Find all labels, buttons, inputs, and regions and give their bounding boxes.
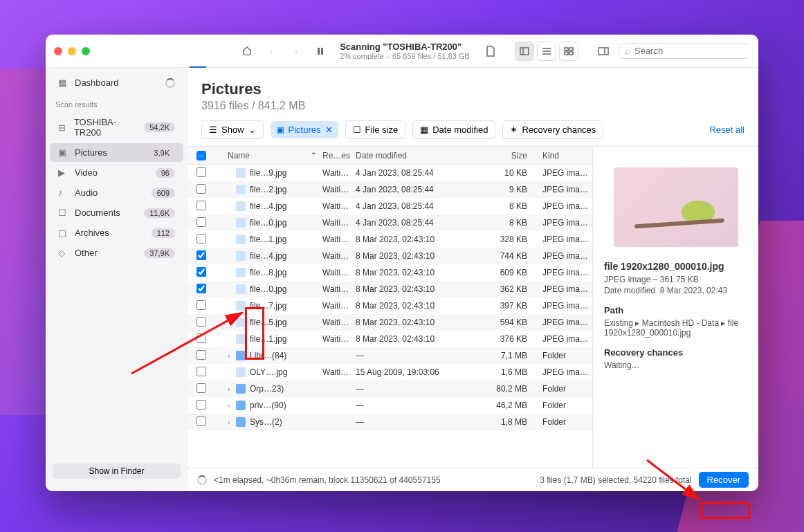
file-icon — [236, 218, 246, 228]
table-row[interactable]: file…7.jpgWaiti…8 Mar 2023, 02:43:10397 … — [188, 297, 592, 314]
sidebar-dashboard[interactable]: ▦ Dashboard — [50, 73, 183, 92]
close-icon[interactable]: ✕ — [325, 125, 333, 135]
pause-scan-button[interactable] — [311, 42, 331, 61]
row-checkbox[interactable] — [197, 234, 206, 244]
table-row[interactable]: file…8.jpgWaiti…8 Mar 2023, 02:43:10609 … — [188, 264, 592, 281]
home-button[interactable] — [237, 42, 257, 61]
table-row[interactable]: ›priv…(90)—46,2 MBFolder — [188, 397, 592, 414]
table-row[interactable]: file…0.jpgWaiti…4 Jan 2023, 08:25:448 KB… — [188, 214, 592, 231]
sidebar-item-archives[interactable]: ▢ Archives 112 — [50, 223, 183, 242]
sidebar-toggle-button[interactable] — [594, 42, 613, 61]
date-modified: 15 Aug 2009, 19:03:06 — [356, 367, 466, 377]
table-row[interactable]: ›Libr…(84)—7,1 MBFolder — [188, 347, 592, 364]
show-in-finder-button[interactable]: Show in Finder — [53, 464, 181, 479]
row-checkbox[interactable] — [197, 217, 206, 227]
sidebar-item-drive[interactable]: ⊟ TOSHIBA-TR200 54,2K — [50, 113, 183, 142]
view-grid-button[interactable] — [559, 42, 578, 61]
row-checkbox[interactable] — [197, 300, 206, 310]
file-name: file…0.jpg — [250, 284, 286, 294]
row-checkbox[interactable] — [197, 317, 206, 327]
filter-chip-pictures[interactable]: ▣ Pictures ✕ — [271, 121, 338, 138]
expand-chevron-icon[interactable]: › — [228, 385, 236, 393]
expand-chevron-icon[interactable]: › — [228, 402, 236, 410]
file-name: file…2.jpg — [250, 185, 286, 194]
row-checkbox[interactable] — [197, 383, 206, 393]
view-list-button[interactable] — [537, 42, 556, 61]
table-row[interactable]: ›Sys…(2)—1,8 MBFolder — [188, 414, 592, 430]
row-checkbox[interactable] — [197, 250, 206, 260]
minimize-window-button[interactable] — [68, 47, 76, 55]
table-row[interactable]: file…1.jpgWaiti…8 Mar 2023, 02:43:10328 … — [188, 231, 592, 248]
status-elapsed: <1m elapsed, ~0h36m remain, block 113506… — [214, 475, 441, 485]
filter-date-button[interactable]: ▦ Date modified — [412, 120, 495, 139]
sidebar-item-label: Archives — [75, 228, 109, 238]
show-filter-button[interactable]: ☰ Show ⌄ — [201, 120, 264, 139]
recovery-status: Waiti… — [322, 334, 356, 344]
file-kind: JPEG ima… — [536, 235, 592, 244]
file-name: file…4.jpg — [250, 251, 286, 261]
table-row[interactable]: ›Orp…23)—80,2 MBFolder — [188, 380, 592, 397]
filter-recovery-button[interactable]: ✶ Recovery chances — [502, 120, 603, 139]
column-date[interactable]: Date modified — [356, 151, 466, 160]
column-kind[interactable]: Kind — [536, 151, 592, 160]
file-name: OLY….jpg — [250, 367, 287, 377]
drive-icon: ⊟ — [58, 122, 68, 133]
row-checkbox[interactable] — [197, 184, 206, 194]
row-checkbox[interactable] — [197, 367, 206, 376]
table-row[interactable]: file…4.jpgWaiti…4 Jan 2023, 08:25:448 KB… — [188, 198, 592, 214]
row-checkbox[interactable] — [197, 201, 206, 210]
sidebar-item-label: Other — [75, 248, 98, 258]
expand-chevron-icon[interactable]: › — [228, 419, 236, 426]
table-row[interactable]: file…9.jpgWaiti…4 Jan 2023, 08:25:4410 K… — [188, 165, 592, 181]
view-columns-button[interactable] — [515, 42, 534, 61]
star-icon: ✶ — [510, 125, 518, 135]
column-recovery[interactable]: Re…es — [322, 151, 356, 160]
count-badge: 112 — [152, 228, 175, 238]
window-controls — [54, 47, 90, 55]
row-checkbox[interactable] — [197, 416, 206, 426]
table-row[interactable]: file…2.jpgWaiti…4 Jan 2023, 08:25:449 KB… — [188, 181, 592, 198]
table-row[interactable]: OLY….jpgWaiti…15 Aug 2009, 19:03:061,6 M… — [188, 364, 592, 380]
table-row[interactable]: file…1.jpgWaiti…8 Mar 2023, 02:43:10376 … — [188, 331, 592, 347]
row-checkbox[interactable] — [197, 333, 206, 343]
column-name[interactable]: Name ⌃ — [215, 151, 322, 160]
recovery-status: Waiti… — [322, 235, 356, 244]
row-checkbox[interactable] — [197, 167, 206, 177]
reset-all-link[interactable]: Reset all — [709, 125, 744, 135]
row-checkbox[interactable] — [197, 350, 206, 360]
sidebar-item-label: Audio — [75, 187, 98, 198]
sidebar-item-video[interactable]: ▶ Video 96 — [50, 163, 183, 182]
sidebar-item-pictures[interactable]: ▣ Pictures 3,9K — [50, 143, 183, 162]
date-modified: — — [356, 417, 466, 427]
count-badge: 96 — [156, 168, 175, 178]
search-input[interactable] — [634, 46, 751, 56]
file-kind: JPEG ima… — [536, 334, 592, 344]
table-row[interactable]: file…0.jpgWaiti…8 Mar 2023, 02:43:10362 … — [188, 281, 592, 297]
chip-label: Recovery chances — [522, 125, 596, 135]
expand-chevron-icon[interactable]: › — [228, 352, 236, 360]
sidebar-item-documents[interactable]: ☐ Documents 11,6K — [50, 203, 183, 222]
forward-button[interactable]: › — [286, 42, 306, 61]
back-button[interactable]: ‹ — [262, 42, 282, 61]
recover-button[interactable]: Recover — [699, 472, 749, 488]
zoom-window-button[interactable] — [82, 47, 90, 55]
sidebar-item-other[interactable]: ◇ Other 37,9K — [50, 244, 183, 262]
chip-label: Pictures — [289, 125, 321, 135]
active-tab-indicator — [190, 66, 206, 68]
row-checkbox[interactable] — [197, 267, 206, 277]
filter-file-size-button[interactable]: ☐ File size — [345, 120, 406, 139]
row-checkbox[interactable] — [197, 284, 206, 293]
document-icon[interactable] — [481, 42, 500, 61]
table-row[interactable]: file…5.jpgWaiti…8 Mar 2023, 02:43:10594 … — [188, 314, 592, 331]
search-box[interactable]: ⌕ — [619, 43, 750, 59]
column-size[interactable]: Size — [466, 151, 536, 160]
recovery-status: Waiti… — [322, 218, 356, 228]
svg-rect-0 — [318, 48, 320, 55]
svg-rect-2 — [520, 48, 529, 55]
row-checkbox[interactable] — [197, 400, 206, 410]
select-all-checkbox[interactable]: – — [197, 151, 206, 160]
sidebar-item-audio[interactable]: ♪ Audio 609 — [50, 183, 183, 202]
sort-icon: ⌃ — [310, 151, 317, 160]
table-row[interactable]: file…4.jpgWaiti…8 Mar 2023, 02:43:10744 … — [188, 248, 592, 264]
close-window-button[interactable] — [54, 47, 62, 55]
